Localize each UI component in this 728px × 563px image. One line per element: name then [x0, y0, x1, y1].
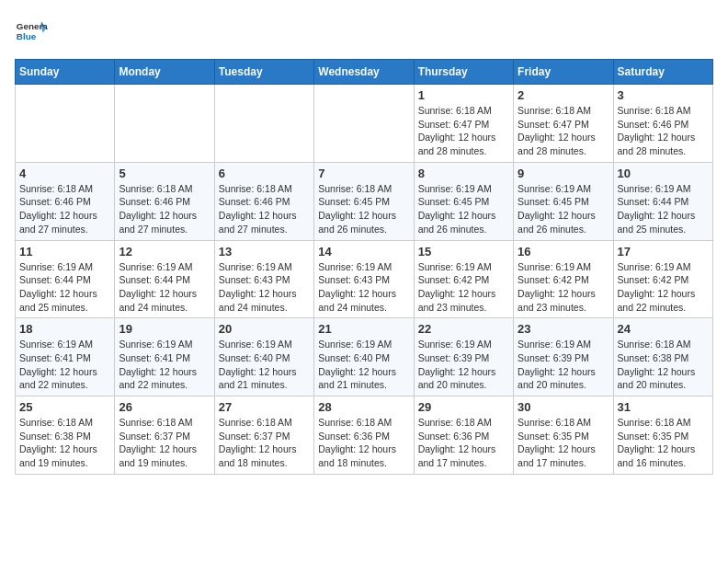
calendar-cell: 13Sunrise: 6:19 AM Sunset: 6:43 PM Dayli… — [214, 240, 313, 318]
day-number: 21 — [318, 322, 409, 336]
day-number: 15 — [418, 245, 509, 259]
day-number: 23 — [518, 322, 609, 336]
day-info: Sunrise: 6:19 AM Sunset: 6:40 PM Dayligh… — [318, 338, 409, 392]
calendar-week-1: 1Sunrise: 6:18 AM Sunset: 6:47 PM Daylig… — [16, 85, 713, 163]
calendar-week-2: 4Sunrise: 6:18 AM Sunset: 6:46 PM Daylig… — [16, 162, 713, 240]
calendar-cell: 20Sunrise: 6:19 AM Sunset: 6:40 PM Dayli… — [214, 318, 313, 396]
day-number: 13 — [219, 245, 310, 259]
day-info: Sunrise: 6:19 AM Sunset: 6:44 PM Dayligh… — [19, 260, 110, 315]
calendar-week-5: 25Sunrise: 6:18 AM Sunset: 6:38 PM Dayli… — [16, 396, 713, 475]
calendar-cell: 22Sunrise: 6:19 AM Sunset: 6:39 PM Dayli… — [414, 318, 513, 396]
day-info: Sunrise: 6:19 AM Sunset: 6:45 PM Dayligh… — [418, 182, 509, 236]
day-info: Sunrise: 6:19 AM Sunset: 6:41 PM Dayligh… — [19, 338, 110, 392]
weekday-header-monday: Monday — [115, 60, 214, 85]
day-number: 5 — [119, 167, 210, 180]
calendar-cell: 21Sunrise: 6:19 AM Sunset: 6:40 PM Dayli… — [314, 318, 414, 396]
day-info: Sunrise: 6:18 AM Sunset: 6:46 PM Dayligh… — [19, 182, 110, 236]
calendar-cell: 12Sunrise: 6:19 AM Sunset: 6:44 PM Dayli… — [115, 240, 214, 318]
day-number: 22 — [418, 322, 509, 336]
calendar-week-4: 18Sunrise: 6:19 AM Sunset: 6:41 PM Dayli… — [16, 318, 713, 396]
day-info: Sunrise: 6:19 AM Sunset: 6:41 PM Dayligh… — [119, 338, 210, 392]
calendar-week-3: 11Sunrise: 6:19 AM Sunset: 6:44 PM Dayli… — [16, 240, 713, 318]
day-info: Sunrise: 6:18 AM Sunset: 6:35 PM Dayligh… — [518, 416, 609, 470]
calendar-cell: 16Sunrise: 6:19 AM Sunset: 6:42 PM Dayli… — [514, 240, 613, 318]
day-number: 8 — [418, 167, 509, 180]
day-info: Sunrise: 6:19 AM Sunset: 6:45 PM Dayligh… — [518, 182, 609, 236]
calendar-cell: 10Sunrise: 6:19 AM Sunset: 6:44 PM Dayli… — [613, 162, 712, 240]
calendar-cell: 9Sunrise: 6:19 AM Sunset: 6:45 PM Daylig… — [514, 162, 613, 240]
calendar-cell: 27Sunrise: 6:18 AM Sunset: 6:37 PM Dayli… — [214, 396, 313, 475]
day-info: Sunrise: 6:19 AM Sunset: 6:39 PM Dayligh… — [418, 338, 509, 392]
day-info: Sunrise: 6:19 AM Sunset: 6:43 PM Dayligh… — [318, 260, 409, 315]
calendar-cell: 24Sunrise: 6:18 AM Sunset: 6:38 PM Dayli… — [613, 318, 712, 396]
day-number: 31 — [618, 400, 709, 414]
day-info: Sunrise: 6:18 AM Sunset: 6:35 PM Dayligh… — [618, 416, 709, 470]
calendar-cell: 29Sunrise: 6:18 AM Sunset: 6:36 PM Dayli… — [414, 396, 513, 475]
day-info: Sunrise: 6:19 AM Sunset: 6:42 PM Dayligh… — [518, 260, 609, 315]
day-info: Sunrise: 6:19 AM Sunset: 6:40 PM Dayligh… — [219, 338, 310, 392]
weekday-header-sunday: Sunday — [16, 60, 115, 85]
day-info: Sunrise: 6:19 AM Sunset: 6:39 PM Dayligh… — [518, 338, 609, 392]
calendar-cell: 14Sunrise: 6:19 AM Sunset: 6:43 PM Dayli… — [314, 240, 414, 318]
calendar-cell — [314, 85, 414, 163]
day-number: 12 — [119, 245, 210, 259]
day-info: Sunrise: 6:18 AM Sunset: 6:37 PM Dayligh… — [119, 416, 210, 470]
logo-icon: General Blue — [15, 15, 48, 48]
day-info: Sunrise: 6:19 AM Sunset: 6:43 PM Dayligh… — [219, 260, 310, 315]
day-number: 10 — [618, 167, 709, 180]
day-info: Sunrise: 6:18 AM Sunset: 6:37 PM Dayligh… — [219, 416, 310, 470]
day-number: 19 — [119, 322, 210, 336]
calendar-cell: 5Sunrise: 6:18 AM Sunset: 6:46 PM Daylig… — [115, 162, 214, 240]
calendar-cell — [16, 85, 115, 163]
weekday-header-tuesday: Tuesday — [214, 60, 313, 85]
day-number: 11 — [19, 245, 110, 259]
day-number: 29 — [418, 400, 509, 414]
calendar-cell — [214, 85, 313, 163]
day-number: 26 — [119, 400, 210, 414]
day-number: 1 — [418, 88, 509, 102]
day-number: 30 — [518, 400, 609, 414]
day-info: Sunrise: 6:19 AM Sunset: 6:44 PM Dayligh… — [618, 182, 709, 236]
calendar-cell: 30Sunrise: 6:18 AM Sunset: 6:35 PM Dayli… — [514, 396, 613, 475]
day-info: Sunrise: 6:18 AM Sunset: 6:38 PM Dayligh… — [19, 416, 110, 470]
calendar-cell — [115, 85, 214, 163]
calendar-cell: 31Sunrise: 6:18 AM Sunset: 6:35 PM Dayli… — [613, 396, 712, 475]
calendar-cell: 3Sunrise: 6:18 AM Sunset: 6:46 PM Daylig… — [613, 85, 712, 163]
day-number: 4 — [19, 167, 110, 180]
calendar-cell: 8Sunrise: 6:19 AM Sunset: 6:45 PM Daylig… — [414, 162, 513, 240]
calendar-cell: 25Sunrise: 6:18 AM Sunset: 6:38 PM Dayli… — [16, 396, 115, 475]
day-info: Sunrise: 6:19 AM Sunset: 6:42 PM Dayligh… — [618, 260, 709, 315]
day-info: Sunrise: 6:18 AM Sunset: 6:47 PM Dayligh… — [518, 104, 609, 158]
page-header: General Blue — [15, 15, 713, 48]
day-info: Sunrise: 6:18 AM Sunset: 6:36 PM Dayligh… — [418, 416, 509, 470]
day-number: 17 — [618, 245, 709, 259]
day-info: Sunrise: 6:18 AM Sunset: 6:46 PM Dayligh… — [119, 182, 210, 236]
calendar-cell: 17Sunrise: 6:19 AM Sunset: 6:42 PM Dayli… — [613, 240, 712, 318]
day-info: Sunrise: 6:19 AM Sunset: 6:42 PM Dayligh… — [418, 260, 509, 315]
calendar-cell: 15Sunrise: 6:19 AM Sunset: 6:42 PM Dayli… — [414, 240, 513, 318]
day-number: 16 — [518, 245, 609, 259]
calendar-cell: 1Sunrise: 6:18 AM Sunset: 6:47 PM Daylig… — [414, 85, 513, 163]
day-info: Sunrise: 6:18 AM Sunset: 6:47 PM Dayligh… — [418, 104, 509, 158]
day-number: 6 — [219, 167, 310, 180]
calendar-cell: 23Sunrise: 6:19 AM Sunset: 6:39 PM Dayli… — [514, 318, 613, 396]
calendar-cell: 4Sunrise: 6:18 AM Sunset: 6:46 PM Daylig… — [16, 162, 115, 240]
day-number: 9 — [518, 167, 609, 180]
calendar-cell: 11Sunrise: 6:19 AM Sunset: 6:44 PM Dayli… — [16, 240, 115, 318]
svg-text:Blue: Blue — [17, 31, 37, 41]
day-number: 24 — [618, 322, 709, 336]
weekday-header-thursday: Thursday — [414, 60, 513, 85]
day-number: 3 — [618, 88, 709, 102]
calendar-cell: 7Sunrise: 6:18 AM Sunset: 6:45 PM Daylig… — [314, 162, 414, 240]
calendar-cell: 19Sunrise: 6:19 AM Sunset: 6:41 PM Dayli… — [115, 318, 214, 396]
day-info: Sunrise: 6:18 AM Sunset: 6:36 PM Dayligh… — [318, 416, 409, 470]
calendar-cell: 26Sunrise: 6:18 AM Sunset: 6:37 PM Dayli… — [115, 396, 214, 475]
day-number: 18 — [19, 322, 110, 336]
day-info: Sunrise: 6:19 AM Sunset: 6:44 PM Dayligh… — [119, 260, 210, 315]
day-info: Sunrise: 6:18 AM Sunset: 6:45 PM Dayligh… — [318, 182, 409, 236]
calendar-cell: 2Sunrise: 6:18 AM Sunset: 6:47 PM Daylig… — [514, 85, 613, 163]
calendar-table: SundayMondayTuesdayWednesdayThursdayFrid… — [15, 59, 713, 475]
calendar-cell: 6Sunrise: 6:18 AM Sunset: 6:46 PM Daylig… — [214, 162, 313, 240]
calendar-cell: 28Sunrise: 6:18 AM Sunset: 6:36 PM Dayli… — [314, 396, 414, 475]
weekday-header-saturday: Saturday — [613, 60, 712, 85]
